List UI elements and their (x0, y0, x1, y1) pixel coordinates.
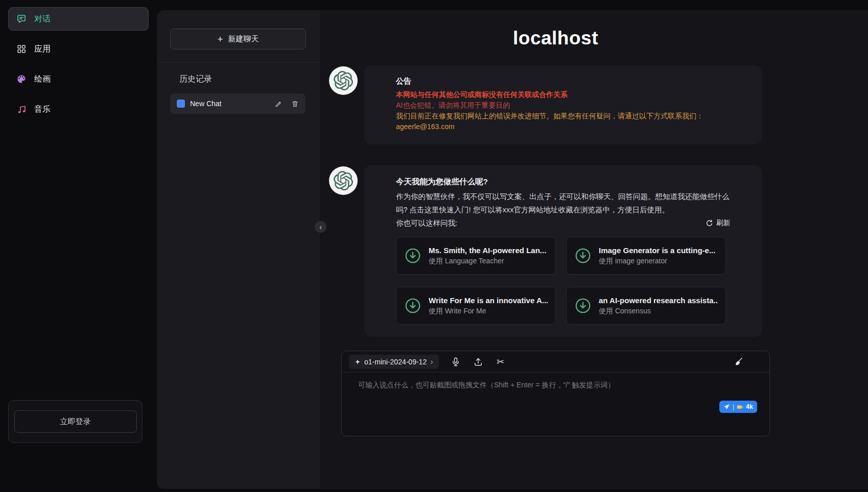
chat-bubble-icon (16, 14, 27, 24)
sidebar: 对话 应用 绘画 音乐 立即登录 (0, 0, 157, 492)
login-panel: 立即登录 (8, 400, 143, 443)
model-label: o1-mini-2024-09-12 (364, 358, 427, 366)
suggestion-card[interactable]: an AI-powered research assista... 使用 Con… (566, 287, 726, 325)
assistant-avatar (329, 66, 358, 95)
suggestion-card[interactable]: Image Generator is a cutting-e... 使用 ima… (566, 237, 726, 275)
main-chat-area: localhost 公告 本网站与任何其他公司或商标没有任何关联或合作关系 AI… (319, 10, 868, 489)
send-icon (723, 404, 730, 410)
badge-divider: | (733, 403, 734, 410)
sidebar-item-chat[interactable]: 对话 (8, 7, 149, 31)
chevron-right-icon: › (430, 358, 433, 366)
ask-hint: 你也可以这样问我: (396, 216, 457, 230)
mic-icon (451, 357, 461, 367)
suggestion-grid: Ms. Smith, the AI-powered Lan... 使用 Lang… (396, 237, 730, 325)
token-count: 4k (746, 403, 753, 410)
workspace: + 新建聊天 历史记录 New Chat localhost 公告 (157, 10, 868, 489)
suggestion-title: Image Generator is a cutting-e... (599, 246, 715, 255)
sidebar-item-label: 对话 (34, 14, 51, 24)
model-selector[interactable]: o1-mini-2024-09-12 › (349, 355, 439, 369)
suggestion-subtitle: 使用 Language Teacher (429, 257, 546, 266)
announcement-line-3: 我们目前正在修复我们网站上的错误并改进细节。如果您有任何疑问，请通过以下方式联系… (396, 111, 730, 121)
assistant-avatar (329, 166, 358, 195)
collapse-sidebar-button[interactable]: ‹ (315, 221, 326, 233)
upload-button[interactable] (473, 356, 484, 367)
login-button[interactable]: 立即登录 (14, 410, 137, 433)
message-input[interactable] (342, 373, 769, 436)
circle-arrow-down-icon (574, 247, 592, 264)
mic-button[interactable] (450, 356, 461, 367)
sidebar-item-label: 音乐 (34, 104, 51, 115)
openai-logo-icon (334, 171, 353, 190)
edit-icon[interactable] (275, 100, 283, 108)
plus-icon: + (217, 34, 223, 44)
composer: o1-mini-2024-09-12 › ✂ (341, 351, 770, 436)
ask-row: 你也可以这样问我: 刷新 (396, 216, 730, 230)
circle-arrow-down-icon (574, 297, 592, 314)
contact-email-link[interactable]: ageerle@163.com (396, 121, 730, 132)
battery-icon (737, 405, 743, 409)
delete-icon[interactable] (291, 100, 299, 108)
palette-icon (16, 74, 27, 84)
suggestion-subtitle: 使用 Consensus (599, 307, 718, 316)
sidebar-item-label: 应用 (34, 44, 51, 55)
scissors-button[interactable]: ✂ (495, 356, 506, 367)
apps-grid-icon (16, 44, 27, 54)
broom-icon (733, 357, 743, 367)
suggestion-subtitle: 使用 Write For Me (429, 307, 548, 316)
page-title: localhost (341, 28, 770, 49)
send-button[interactable]: | 4k (719, 401, 757, 413)
history-chat-item[interactable]: New Chat (170, 93, 306, 114)
announcement-line-2: AI也会犯错。请勿将其用于重要目的 (396, 100, 730, 111)
sparkle-icon (355, 359, 361, 365)
suggestion-title: Write For Me is an innovative A... (429, 296, 548, 305)
chat-item-icon (177, 100, 185, 108)
music-note-icon (16, 104, 27, 114)
sidebar-nav: 对话 应用 绘画 音乐 (0, 0, 157, 135)
refresh-button[interactable]: 刷新 (706, 218, 730, 228)
suggestion-title: an AI-powered research assista... (599, 296, 718, 305)
suggestion-subtitle: 使用 image generator (599, 257, 715, 266)
sidebar-item-apps[interactable]: 应用 (8, 37, 149, 61)
openai-logo-icon (334, 71, 353, 90)
new-chat-label: 新建聊天 (228, 34, 259, 44)
history-panel: + 新建聊天 历史记录 New Chat (157, 10, 319, 489)
scissors-icon: ✂ (497, 357, 504, 366)
upload-icon (473, 357, 483, 367)
composer-toolbar: o1-mini-2024-09-12 › ✂ (342, 351, 769, 373)
welcome-intro: 作为你的智慧伙伴，我不仅可以写文案、出点子，还可以和你聊天、回答问题。想知道我还… (396, 190, 730, 216)
suggestion-card[interactable]: Write For Me is an innovative A... 使用 Wr… (396, 287, 556, 325)
history-panel-header: + 新建聊天 (157, 10, 319, 63)
sidebar-item-music[interactable]: 音乐 (8, 97, 149, 121)
sidebar-item-label: 绘画 (34, 74, 51, 85)
refresh-label: 刷新 (716, 218, 730, 228)
sidebar-item-drawing[interactable]: 绘画 (8, 67, 149, 91)
suggestion-card[interactable]: Ms. Smith, the AI-powered Lan... 使用 Lang… (396, 237, 556, 275)
refresh-icon (706, 219, 713, 227)
announcement-heading: 公告 (396, 76, 730, 87)
announcement-card: 公告 本网站与任何其他公司或商标没有任何关联或合作关系 AI也会犯错。请勿将其用… (364, 65, 762, 144)
new-chat-button[interactable]: + 新建聊天 (170, 29, 306, 50)
clear-context-button[interactable] (733, 356, 744, 367)
welcome-heading: 今天我能为您做些什么呢? (396, 176, 730, 188)
welcome-card: 今天我能为您做些什么呢? 作为你的智慧伙伴，我不仅可以写文案、出点子，还可以和你… (364, 165, 762, 337)
circle-arrow-down-icon (404, 247, 421, 264)
history-title: 历史记录 (170, 74, 306, 85)
suggestion-title: Ms. Smith, the AI-powered Lan... (429, 246, 546, 255)
circle-arrow-down-icon (404, 297, 421, 314)
chat-item-title: New Chat (190, 100, 266, 108)
announcement-line-1: 本网站与任何其他公司或商标没有任何关联或合作关系 (396, 89, 730, 100)
